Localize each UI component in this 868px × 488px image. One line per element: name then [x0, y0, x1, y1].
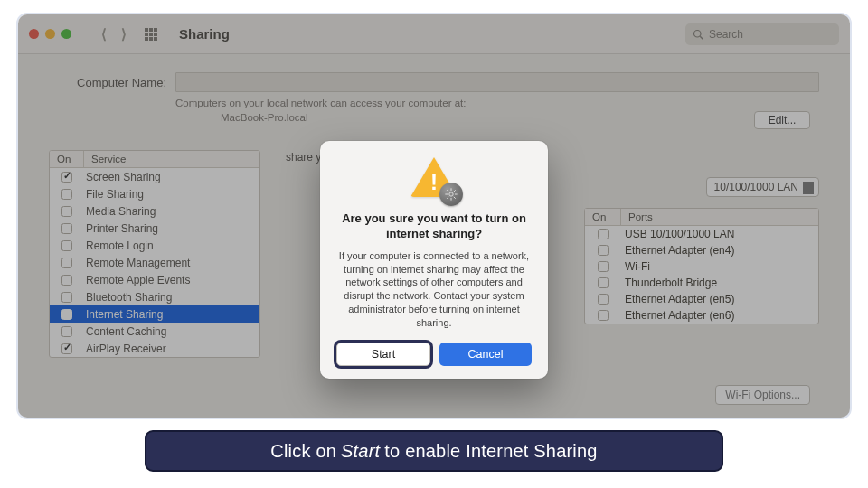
warning-icon: !	[409, 157, 459, 202]
caption-emphasis: Start	[341, 441, 380, 462]
dialog-body: If your computer is connected to a netwo…	[336, 249, 532, 330]
svg-line-9	[447, 197, 448, 199]
instruction-caption: Click on Start to enable Internet Sharin…	[145, 430, 723, 472]
svg-line-10	[454, 190, 456, 192]
preferences-window: ⟨ ⟩ Sharing Search Computer Name: Comput…	[16, 13, 852, 419]
caption-post: to enable Internet Sharing	[384, 441, 597, 462]
caption-pre: Click on	[270, 441, 336, 462]
svg-line-8	[454, 197, 456, 199]
cancel-button[interactable]: Cancel	[439, 343, 532, 366]
dialog-title: Are you sure you want to turn on interne…	[336, 211, 532, 242]
svg-line-7	[447, 190, 448, 192]
svg-point-2	[449, 192, 453, 196]
start-button[interactable]: Start	[336, 343, 430, 366]
confirm-dialog: ! Are you sure you want to turn on inter…	[320, 141, 548, 379]
gear-icon	[439, 183, 463, 206]
